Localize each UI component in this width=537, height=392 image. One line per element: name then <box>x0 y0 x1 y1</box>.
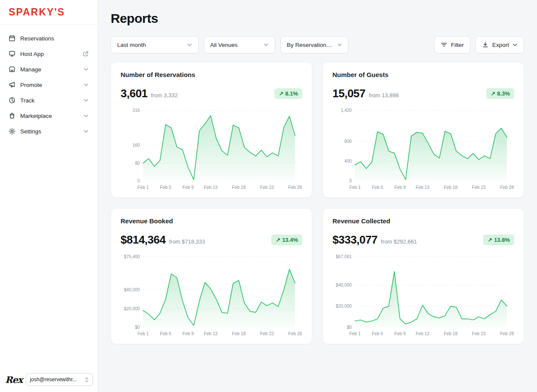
filter-icon <box>441 41 447 48</box>
gauge-icon <box>9 97 16 104</box>
monitor-icon <box>9 50 16 57</box>
metric-value: $333,077 <box>332 233 377 247</box>
sidebar-item-host-app[interactable]: Host App <box>0 46 97 62</box>
toolbar-actions: Filter Export <box>434 36 524 53</box>
metric-previous: from 13,898 <box>369 92 399 99</box>
trend-up-icon: ↗ <box>279 90 283 97</box>
svg-text:Feb 13: Feb 13 <box>204 185 217 190</box>
sidebar-item-label: Settings <box>20 128 41 135</box>
svg-text:0: 0 <box>349 179 352 183</box>
page-title: Reports <box>111 11 524 26</box>
trend-up-icon: ↗ <box>276 237 280 243</box>
filter-button[interactable]: Filter <box>434 36 470 53</box>
chart-card-revenue-booked: Revenue Booked $814,364 from $718,333 ↗ … <box>111 208 312 344</box>
svg-text:Feb 23: Feb 23 <box>472 331 486 336</box>
external-link-icon <box>83 51 89 57</box>
bag-icon <box>9 112 16 119</box>
svg-text:Feb 5: Feb 5 <box>372 185 383 190</box>
sidebar-item-label: Host App <box>20 51 44 57</box>
chart-title: Number of Reservations <box>121 71 302 78</box>
metric-value: $814,364 <box>121 233 165 247</box>
main-content: Reports Last month All Venues By Reserva… <box>98 0 537 392</box>
account-selector[interactable]: josh@reservewithr... <box>26 373 93 386</box>
app-window: SPARKY'S Reservations Host App Manage Pr… <box>0 0 537 392</box>
sidebar-item-label: Marketplace <box>20 113 52 119</box>
venues-value: All Venues <box>210 42 238 48</box>
venues-dropdown[interactable]: All Venues <box>204 36 275 53</box>
sidebar-item-track[interactable]: Track <box>0 93 97 108</box>
svg-text:$20,000: $20,000 <box>124 306 140 311</box>
chevron-down-icon <box>264 43 269 46</box>
sidebar-item-promote[interactable]: Promote <box>0 77 97 93</box>
svg-text:Feb 28: Feb 28 <box>288 331 302 336</box>
metric-row: 15,057 from 13,898 ↗ 8.3% <box>332 87 514 100</box>
svg-text:$0: $0 <box>135 325 140 330</box>
filter-button-label: Filter <box>451 42 464 48</box>
metric-value: 3,601 <box>121 87 148 100</box>
chevron-down-icon <box>512 43 518 46</box>
svg-text:400: 400 <box>345 159 352 164</box>
select-chevrons-icon <box>84 377 89 383</box>
date-range-dropdown[interactable]: Last month <box>111 36 199 53</box>
svg-text:Feb 28: Feb 28 <box>500 331 514 336</box>
sidebar-item-label: Reservations <box>20 35 54 42</box>
metric-row: $333,077 from $292,661 ↗ 13.8% <box>332 233 514 247</box>
chevron-down-icon <box>84 114 89 117</box>
sidebar-item-label: Manage <box>20 66 41 73</box>
reports-grid: Number of Reservations 3,601 from 3,332 … <box>111 62 524 344</box>
line-chart: 04008001,420Feb 1Feb 5Feb 9Feb 13Feb 18F… <box>332 106 514 191</box>
chevron-down-icon <box>337 43 342 46</box>
svg-text:80: 80 <box>135 161 140 166</box>
sidebar-item-settings[interactable]: Settings <box>0 123 97 139</box>
group-by-dropdown[interactable]: By Reservation d... <box>280 36 348 53</box>
svg-text:$40,000: $40,000 <box>124 287 140 292</box>
change-value: 13.8% <box>494 237 510 243</box>
svg-text:Feb 5: Feb 5 <box>160 185 171 190</box>
svg-text:$0: $0 <box>347 325 352 330</box>
change-badge: ↗ 8.1% <box>274 88 302 99</box>
metric-row: 3,601 from 3,332 ↗ 8.1% <box>121 87 302 100</box>
svg-text:Feb 28: Feb 28 <box>500 185 514 190</box>
gear-icon <box>9 128 16 135</box>
change-value: 8.3% <box>497 90 510 97</box>
sidebar-item-reservations[interactable]: Reservations <box>0 31 97 46</box>
svg-text:Feb 9: Feb 9 <box>183 185 194 190</box>
export-button[interactable]: Export <box>475 36 524 53</box>
svg-text:Feb 23: Feb 23 <box>472 185 486 190</box>
svg-text:Feb 13: Feb 13 <box>416 331 429 336</box>
svg-text:Feb 1: Feb 1 <box>137 331 149 336</box>
metric-previous: from 3,332 <box>151 92 178 99</box>
svg-text:Feb 9: Feb 9 <box>394 185 406 190</box>
svg-text:Feb 18: Feb 18 <box>232 185 246 190</box>
svg-text:$75,400: $75,400 <box>124 254 140 259</box>
svg-text:Feb 1: Feb 1 <box>349 185 361 190</box>
svg-text:Feb 18: Feb 18 <box>444 185 458 190</box>
megaphone-icon <box>9 81 16 88</box>
sidebar-footer: Rex josh@reservewithr... <box>0 368 97 392</box>
svg-text:Feb 23: Feb 23 <box>260 331 274 336</box>
svg-text:160: 160 <box>133 143 140 148</box>
change-badge: ↗ 13.4% <box>271 235 302 245</box>
svg-text:Feb 28: Feb 28 <box>288 185 302 190</box>
change-badge: ↗ 8.3% <box>486 88 514 99</box>
svg-text:0: 0 <box>137 179 140 183</box>
metric-row: $814,364 from $718,333 ↗ 13.4% <box>121 233 302 247</box>
svg-text:Feb 9: Feb 9 <box>394 331 406 336</box>
sidebar-item-label: Track <box>20 97 34 104</box>
chevron-down-icon <box>84 83 89 86</box>
sidebar-item-manage[interactable]: Manage <box>0 62 97 77</box>
line-chart: 080160316Feb 1Feb 5Feb 9Feb 13Feb 18Feb … <box>121 106 302 191</box>
brand-logo-area: SPARKY'S <box>0 0 97 25</box>
svg-text:316: 316 <box>133 108 140 113</box>
sidebar-item-marketplace[interactable]: Marketplace <box>0 108 97 123</box>
metric-previous: from $718,333 <box>169 238 205 245</box>
svg-text:800: 800 <box>345 139 352 144</box>
svg-text:Feb 5: Feb 5 <box>160 331 171 336</box>
metric-value: 15,057 <box>332 87 366 100</box>
chart-title: Revenue Collected <box>332 217 514 225</box>
reservations-calendar-icon <box>9 35 16 42</box>
sparkys-logo: SPARKY'S <box>9 6 65 18</box>
line-chart: $0$20,000$40,000$67,061Feb 1Feb 5Feb 9Fe… <box>332 253 514 338</box>
line-chart: $0$20,000$40,000$75,400Feb 1Feb 5Feb 9Fe… <box>121 253 302 338</box>
chart-card-guests: Number of Guests 15,057 from 13,898 ↗ 8.… <box>323 62 524 198</box>
